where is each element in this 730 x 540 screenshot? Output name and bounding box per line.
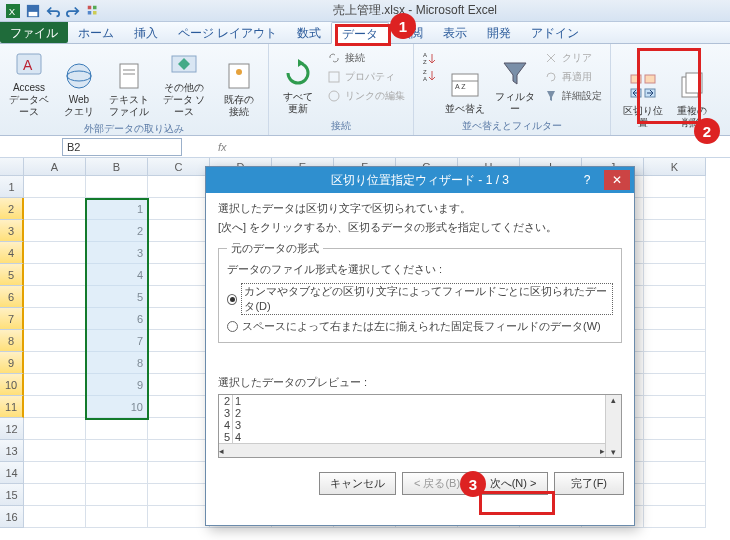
select-all-corner[interactable] — [0, 158, 24, 176]
row-header[interactable]: 14 — [0, 462, 24, 484]
row-header[interactable]: 5 — [0, 264, 24, 286]
cell[interactable] — [148, 330, 210, 352]
cell[interactable] — [148, 462, 210, 484]
cell[interactable] — [148, 308, 210, 330]
cell[interactable] — [644, 374, 706, 396]
row-header[interactable]: 2 — [0, 198, 24, 220]
cell[interactable]: 4 — [86, 264, 148, 286]
row-header[interactable]: 16 — [0, 506, 24, 528]
cell[interactable] — [86, 440, 148, 462]
cell[interactable] — [148, 220, 210, 242]
cell[interactable] — [148, 506, 210, 528]
cell[interactable] — [644, 506, 706, 528]
tab-view[interactable]: 表示 — [433, 22, 477, 43]
cell[interactable] — [24, 220, 86, 242]
tab-page-layout[interactable]: ページ レイアウト — [168, 22, 287, 43]
btn-sort-asc[interactable]: AZ — [420, 50, 438, 66]
redo-icon[interactable] — [66, 4, 80, 18]
cell[interactable]: 6 — [86, 308, 148, 330]
cell[interactable] — [148, 440, 210, 462]
cell[interactable] — [148, 374, 210, 396]
tab-insert[interactable]: 挿入 — [124, 22, 168, 43]
row-header[interactable]: 3 — [0, 220, 24, 242]
col-header[interactable]: K — [644, 158, 706, 176]
cell[interactable] — [24, 242, 86, 264]
cell[interactable] — [24, 484, 86, 506]
cell[interactable] — [24, 418, 86, 440]
btn-existing-connections[interactable]: 既存の 接続 — [216, 46, 262, 120]
radio-fixed-row[interactable]: スペースによって右または左に揃えられた固定長フィールドのデータ(W) — [227, 317, 613, 336]
col-header[interactable]: C — [148, 158, 210, 176]
cell[interactable] — [148, 484, 210, 506]
cell[interactable]: 2 — [86, 220, 148, 242]
cell[interactable]: 10 — [86, 396, 148, 418]
tab-file[interactable]: ファイル — [0, 22, 68, 43]
cell[interactable]: 5 — [86, 286, 148, 308]
cell[interactable] — [86, 484, 148, 506]
cell[interactable]: 7 — [86, 330, 148, 352]
cell[interactable]: 1 — [86, 198, 148, 220]
preview-scrollbar-h[interactable]: ◂▸ — [219, 443, 605, 457]
row-header[interactable]: 1 — [0, 176, 24, 198]
row-header[interactable]: 8 — [0, 330, 24, 352]
cell[interactable] — [24, 330, 86, 352]
row-header[interactable]: 7 — [0, 308, 24, 330]
finish-button[interactable]: 完了(F) — [554, 472, 624, 495]
cell[interactable] — [644, 352, 706, 374]
cell[interactable] — [644, 484, 706, 506]
cell[interactable] — [148, 198, 210, 220]
cell[interactable]: 3 — [86, 242, 148, 264]
cell[interactable] — [24, 462, 86, 484]
tab-developer[interactable]: 開発 — [477, 22, 521, 43]
row-header[interactable]: 4 — [0, 242, 24, 264]
cell[interactable] — [644, 242, 706, 264]
col-header[interactable]: B — [86, 158, 148, 176]
cell[interactable] — [24, 374, 86, 396]
cell[interactable] — [148, 242, 210, 264]
cell[interactable] — [644, 308, 706, 330]
row-header[interactable]: 13 — [0, 440, 24, 462]
cell[interactable]: 9 — [86, 374, 148, 396]
btn-connections[interactable]: 接続 — [325, 50, 407, 66]
cell[interactable] — [24, 198, 86, 220]
cell[interactable] — [644, 264, 706, 286]
fx-icon[interactable]: fx — [218, 141, 227, 153]
radio-fixed-width[interactable] — [227, 321, 238, 332]
save-icon[interactable] — [26, 4, 40, 18]
cell[interactable] — [86, 418, 148, 440]
row-header[interactable]: 15 — [0, 484, 24, 506]
tab-formulas[interactable]: 数式 — [287, 22, 331, 43]
undo-icon[interactable] — [46, 4, 60, 18]
qat-custom-icon[interactable] — [86, 4, 100, 18]
name-box[interactable]: B2 — [62, 138, 182, 156]
close-button[interactable]: ✕ — [604, 170, 630, 190]
btn-sort[interactable]: A Z並べ替え — [442, 46, 488, 117]
btn-filter[interactable]: フィルター — [492, 46, 538, 117]
cell[interactable] — [644, 286, 706, 308]
tab-addins[interactable]: アドイン — [521, 22, 589, 43]
row-header[interactable]: 10 — [0, 374, 24, 396]
cell[interactable] — [644, 418, 706, 440]
cell[interactable] — [24, 440, 86, 462]
cell[interactable] — [148, 286, 210, 308]
row-header[interactable]: 11 — [0, 396, 24, 418]
cell[interactable] — [644, 440, 706, 462]
btn-from-access[interactable]: AAccess データベース — [6, 46, 52, 120]
radio-delimited[interactable] — [227, 294, 237, 305]
row-header[interactable]: 12 — [0, 418, 24, 440]
cell[interactable] — [86, 462, 148, 484]
cell[interactable] — [644, 462, 706, 484]
cell[interactable] — [644, 176, 706, 198]
btn-from-text[interactable]: テキスト ファイル — [106, 46, 152, 120]
cell[interactable] — [644, 220, 706, 242]
cell[interactable] — [24, 264, 86, 286]
row-header[interactable]: 9 — [0, 352, 24, 374]
cell[interactable] — [644, 330, 706, 352]
cell[interactable] — [24, 396, 86, 418]
cell[interactable] — [148, 352, 210, 374]
btn-advanced[interactable]: 詳細設定 — [542, 88, 604, 104]
tab-home[interactable]: ホーム — [68, 22, 124, 43]
cell[interactable] — [148, 176, 210, 198]
radio-delimited-row[interactable]: カンマやタブなどの区切り文字によってフィールドごとに区切られたデータ(D) — [227, 281, 613, 317]
cell[interactable] — [148, 418, 210, 440]
